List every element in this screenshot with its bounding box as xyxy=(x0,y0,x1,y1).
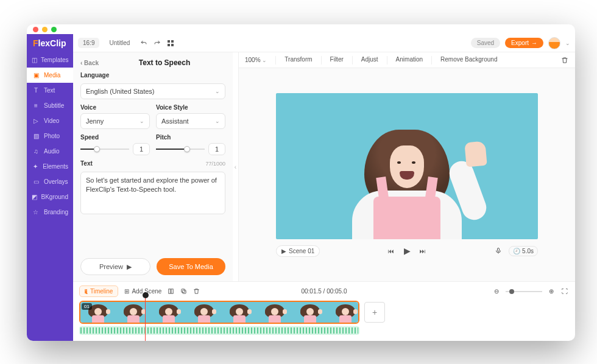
svg-rect-7 xyxy=(183,290,186,294)
canvas-tool-filter[interactable]: Filter xyxy=(330,56,344,65)
timeline-thumbnail[interactable] xyxy=(222,302,257,323)
sidebar-item-photo[interactable]: ▧Photo xyxy=(27,128,73,144)
subtitle-icon: ≡ xyxy=(32,102,40,109)
sidebar-item-label: BKground xyxy=(41,194,68,200)
svg-rect-0 xyxy=(168,40,170,43)
user-avatar[interactable] xyxy=(548,37,560,49)
sidebar-item-label: Video xyxy=(44,117,59,124)
user-menu-chevron-icon[interactable]: ⌄ xyxy=(565,40,570,46)
video-clip[interactable] xyxy=(79,301,359,324)
panel-title: Text to Speech xyxy=(104,58,225,67)
play-button[interactable]: ▶ xyxy=(403,247,411,255)
play-icon: ▶ xyxy=(127,263,132,271)
sidebar-item-label: Branding xyxy=(44,209,68,215)
app-window: FlexClip ◫Templates▣MediaTText≡Subtitle▷… xyxy=(27,24,575,341)
sidebar-item-subtitle[interactable]: ≡Subtitle xyxy=(27,98,73,113)
zoom-dropdown[interactable]: 100% ⌄ xyxy=(245,57,267,63)
sidebar-item-bkground[interactable]: ◩BKground xyxy=(27,189,73,205)
timeline-thumbnail[interactable] xyxy=(328,302,359,323)
video-preview[interactable] xyxy=(276,93,538,239)
zoom-out-button[interactable]: ⊖ xyxy=(492,287,501,296)
canvas-tool-animation[interactable]: Animation xyxy=(396,56,423,65)
save-to-media-button[interactable]: Save To Media xyxy=(157,258,225,275)
canvas-area[interactable]: ▶Scene 01 ⏮ ▶ ⏭ 🕘5.0s xyxy=(239,68,575,281)
voice-style-label: Voice Style xyxy=(156,104,225,111)
timeline-delete-button[interactable] xyxy=(193,288,200,295)
sidebar-item-label: Subtitle xyxy=(44,102,64,109)
mac-zoom[interactable] xyxy=(51,27,57,32)
timeline-thumbnail[interactable] xyxy=(151,302,186,323)
timeline-thumbnail[interactable] xyxy=(292,302,328,323)
templates-icon: ◫ xyxy=(32,57,37,63)
sidebar-item-video[interactable]: ▷Video xyxy=(27,113,73,128)
media-icon: ▣ xyxy=(32,72,40,79)
audio-clip[interactable] xyxy=(79,326,359,335)
duration-pill[interactable]: 🕘5.0s xyxy=(509,246,538,256)
mac-close[interactable] xyxy=(33,27,38,32)
scene-select[interactable]: ▶Scene 01 xyxy=(276,245,320,257)
sidebar-item-templates[interactable]: ◫Templates xyxy=(27,52,73,68)
timeline-thumbnail[interactable] xyxy=(116,302,151,323)
timeline-thumbnail[interactable] xyxy=(257,302,292,323)
undo-button[interactable] xyxy=(140,39,148,47)
canvas-tool-adjust[interactable]: Adjust xyxy=(361,56,378,65)
overlays-icon: ▭ xyxy=(32,178,40,185)
saved-status: Saved xyxy=(471,38,500,48)
voice-select[interactable]: Jenny⌄ xyxy=(80,113,150,129)
sidebar-item-label: Text xyxy=(44,87,55,94)
next-scene-button[interactable]: ⏭ xyxy=(419,247,427,255)
prev-scene-button[interactable]: ⏮ xyxy=(387,247,395,255)
photo-icon: ▧ xyxy=(32,133,40,139)
sidebar-item-media[interactable]: ▣Media xyxy=(27,68,73,83)
sidebar-item-label: Media xyxy=(44,72,60,79)
speed-slider[interactable] xyxy=(80,149,129,150)
pitch-label: Pitch xyxy=(156,134,225,141)
tts-text-input[interactable]: So let's get started and explore the pow… xyxy=(80,172,225,214)
speed-value[interactable]: 1 xyxy=(133,143,150,155)
timeline-thumbnail[interactable] xyxy=(186,302,222,323)
sidebar-item-elements[interactable]: ✦Elements xyxy=(27,159,73,174)
mac-titlebar xyxy=(27,24,575,34)
logo: FlexClip xyxy=(27,34,73,52)
playback-controls: ▶Scene 01 ⏮ ▶ ⏭ 🕘5.0s xyxy=(276,245,538,257)
add-scene-inline-button[interactable]: + xyxy=(364,302,385,323)
plus-box-icon: ⊞ xyxy=(124,288,129,295)
voice-style-select[interactable]: Assistant⌄ xyxy=(156,113,225,129)
sidebar-item-overlays[interactable]: ▭Overlays xyxy=(27,174,73,189)
svg-rect-5 xyxy=(169,289,171,293)
timeline-tab[interactable]: �⵿Timeline xyxy=(79,285,118,297)
aspect-ratio[interactable]: 16:9 xyxy=(78,38,99,48)
project-title[interactable]: Untitled xyxy=(104,38,135,48)
clip-index-badge: 01 xyxy=(82,303,92,310)
panel-collapse-handle[interactable]: ‹ xyxy=(233,52,239,281)
pitch-slider[interactable] xyxy=(156,149,205,150)
delete-button[interactable] xyxy=(560,56,569,65)
fullscreen-icon[interactable] xyxy=(166,39,175,47)
zoom-in-button[interactable]: ⊕ xyxy=(547,287,556,296)
text-icon: T xyxy=(32,87,40,94)
zoom-slider[interactable] xyxy=(506,291,542,292)
split-button[interactable] xyxy=(168,288,174,295)
video-icon: ▷ xyxy=(32,117,40,124)
canvas-tool-transform[interactable]: Transform xyxy=(284,56,312,65)
fit-timeline-button[interactable]: ⛶ xyxy=(560,287,569,296)
export-button[interactable]: Export→ xyxy=(505,38,543,48)
back-button[interactable]: ‹ Back xyxy=(80,60,99,66)
sidebar-item-audio[interactable]: ♫Audio xyxy=(27,144,73,159)
canvas-tool-remove-background[interactable]: Remove Background xyxy=(440,56,497,65)
timeline: �⵿Timeline ⊞Add Scene 00:01.5 / 00:05.0 … xyxy=(73,281,575,341)
redo-button[interactable] xyxy=(153,39,161,47)
play-small-icon: ▶ xyxy=(281,248,286,254)
copy-button[interactable] xyxy=(180,288,187,295)
sidebar-item-branding[interactable]: ☆Branding xyxy=(27,205,73,220)
mac-minimize[interactable] xyxy=(42,27,48,32)
svg-rect-4 xyxy=(498,248,500,252)
preview-button[interactable]: Preview▶ xyxy=(80,258,150,275)
language-label: Language xyxy=(80,72,225,79)
mic-icon[interactable] xyxy=(494,247,503,255)
pitch-value[interactable]: 1 xyxy=(208,143,225,155)
text-label: Text xyxy=(80,160,93,167)
sidebar-item-text[interactable]: TText xyxy=(27,83,73,98)
playhead[interactable] xyxy=(145,296,146,341)
language-select[interactable]: English (United States)⌄ xyxy=(80,83,225,99)
